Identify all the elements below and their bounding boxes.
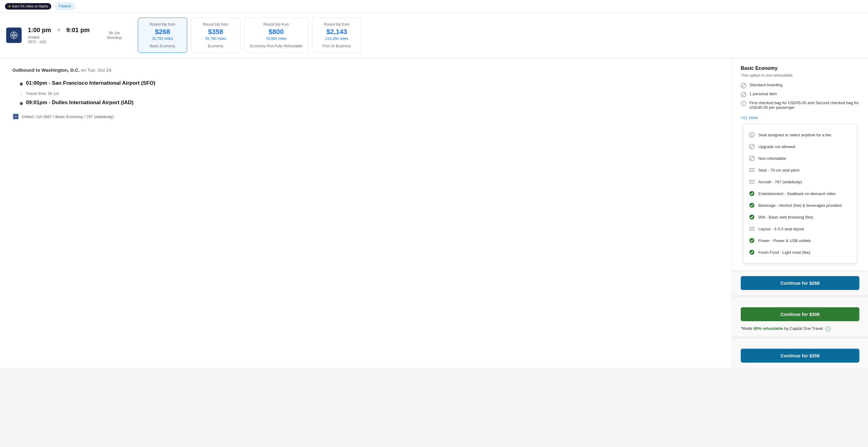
top-bar: ★ Earn 5X miles on flights Fastest [0,0,868,13]
depart-time: 1:00 pm [28,27,51,34]
exp-text-3: Seat - 79 cm seat pitch [758,168,799,173]
exp-text-9: Power - Power & USB outlets [758,238,811,243]
feature-text-1: 1 personal item [749,91,777,96]
fare-miles-2: 79,980 miles [266,36,287,41]
arrive-time: 9:01 pm [66,27,90,34]
main-content: Outbound to Washington, D.C. on Tue, Oct… [0,58,868,367]
no-icon-1 [748,143,755,150]
fare-price-1: $358 [208,28,223,36]
earn-badge: ★ Earn 5X miles on flights [5,3,51,9]
fare-miles-0: 26,781 miles [152,36,173,41]
exp-text-1: Upgrade not allowed [758,144,795,149]
basic-economy-section: Basic Economy This option is non-refunda… [732,58,868,271]
continue-economy-button[interactable]: Continue for $308 [741,307,859,321]
lines-icon-3 [748,226,755,232]
svg-line-20 [750,156,754,160]
selected-fare-title: Basic Economy [741,65,859,71]
exp-item-4: Aircraft - 787 (widebody) [748,176,851,188]
lines-icon-2 [748,178,755,185]
star-icon: ★ [8,4,11,8]
arrive-airport-name: Dulles International Airport (IAD) [52,99,133,106]
exp-item-5: Entertainment - Seatback on-demand video [748,188,851,199]
refundable-note: *Made 80% refundable by Capital One Trav… [741,326,859,331]
fare-type-2: Economy Plus Fully Refundable [250,44,302,48]
fare-price-2: $800 [269,28,284,36]
svg-point-34 [749,250,754,255]
block-icon-1 [741,83,746,88]
arrive-item: 09:01pm - Dulles International Airport (… [20,99,719,106]
fare-card-basic-economy[interactable]: Round trip from $268 26,781 miles Basic … [138,18,187,53]
feature-text-2: First checked bag for USD35.00 and Secon… [749,100,859,110]
depart-airport: 01:00pm - San Francisco International Ai… [26,80,719,86]
fastest-label: Fastest [59,4,71,8]
refundable-suffix: by Capital One Travel [784,326,823,331]
arrive-time-full: 09:01pm [26,99,47,106]
exp-item-7: Wifi - Basic web browsing (fee) [748,211,851,223]
svg-text:$: $ [751,133,753,137]
fare-price-0: $268 [155,28,170,36]
exp-item-6: Beverage - Alcohol (fee) & beverages pro… [748,199,851,211]
fare-cards: Round trip from $268 26,781 miles Basic … [136,18,862,53]
svg-line-18 [750,145,754,148]
airline-info: United SFO - IAD [28,35,96,44]
continue-economy2-button[interactable]: Continue for $358 [741,349,859,363]
economy2-section: Continue for $358 [732,339,868,363]
feature-text-0: Standard boarding [749,83,782,87]
svg-text:i: i [743,102,744,106]
fare-type-0: Basic Economy [150,44,176,48]
left-panel: Outbound to Washington, D.C. on Tue, Oct… [0,58,732,367]
stop-type: Nonstop [107,35,122,40]
depart-time-full: 01:00pm [26,80,47,86]
flight-times: 1:00 pm ✈ 9:01 pm United SFO - IAD [28,27,96,44]
fare-card-economy[interactable]: Round trip from $358 35,780 miles Econom… [191,18,240,53]
depart-dot [20,83,23,86]
exp-text-2: Non-refundable [758,156,786,161]
exp-text-0: Seat assigned or select anytime for a fe… [758,132,831,137]
outbound-date: on Tue, Oct 24 [81,67,111,72]
exp-text-7: Wifi - Basic web browsing (fee) [758,215,813,219]
more-link[interactable]: +11 more [741,115,758,120]
fastest-badge: Fastest [55,2,75,10]
fare-label-3: Round trip from [324,22,350,27]
check-icon-2 [748,202,755,209]
check-icon-5 [748,249,755,256]
svg-point-33 [749,238,754,243]
exp-item-2: Non-refundable [748,152,851,164]
depart-airport-name: San Francisco International Airport (SFO… [52,80,155,86]
flight-duration: 5h 1m Nonstop [102,31,127,40]
fare-label-1: Round trip from [203,22,228,27]
arrow-icon: ✈ [57,27,61,33]
refundable-highlight: 80% refundable [753,326,783,331]
no-icon-2 [748,155,755,162]
outbound-dest: Outbound to Washington, D.C. [12,67,80,72]
selected-fare-subtitle: This option is non-refundable. [741,73,859,78]
fare-type-3: First Or Business [322,44,351,48]
exp-text-5: Entertainment - Seatback on-demand video [758,191,836,196]
fare-label-0: Round trip from [150,22,176,27]
exp-text-8: Layout - 3-3-3 seat layout [758,227,804,231]
timeline: 01:00pm - San Francisco International Ai… [12,80,719,106]
lines-icon-1 [748,167,755,173]
depart-item: 01:00pm - San Francisco International Ai… [20,80,719,86]
flight-row: 1:00 pm ✈ 9:01 pm United SFO - IAD 5h 1m… [0,13,868,58]
fare-miles-3: 214,280 miles [325,36,348,41]
fare-price-3: $2,143 [326,28,347,36]
earn-label: Earn 5X miles on flights [12,4,48,8]
economy-section: Continue for $308 *Made 80% refundable b… [732,297,868,331]
flight-details-line: United / UA 2667 / Basic Economy / 787 (… [12,113,719,120]
fare-miles-1: 35,780 miles [205,36,226,41]
fare-card-first-business[interactable]: Round trip from $2,143 214,280 miles Fir… [312,18,362,53]
refundable-info-icon[interactable]: i [825,326,830,331]
exp-item-8: Layout - 3-3-3 seat layout [748,223,851,235]
svg-line-10 [742,84,745,88]
fare-card-economy-plus[interactable]: Round trip from $800 79,980 miles Econom… [244,18,308,53]
flight-info: United / UA 2667 / Basic Economy / 787 (… [22,114,114,119]
refundable-prefix: *Made [741,326,752,331]
section-divider-2 [732,336,868,339]
info-icon: i [741,101,746,106]
continue-basic-economy-button[interactable]: Continue for $268 [741,276,859,290]
check-icon-1 [748,190,755,197]
svg-line-12 [742,93,745,96]
exp-text-10: Fresh Food - Light meal (fee) [758,250,810,255]
exp-text-6: Beverage - Alcohol (fee) & beverages pro… [758,203,842,208]
